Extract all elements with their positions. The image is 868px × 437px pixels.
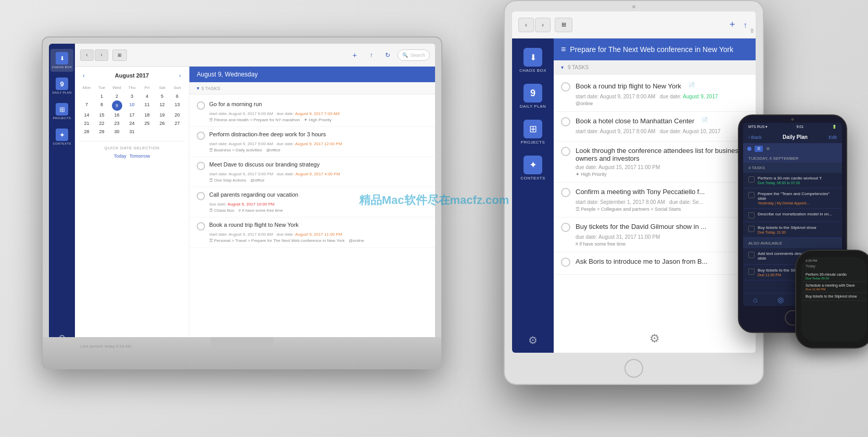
cal-day[interactable]: 12 [155,100,170,111]
task-checkbox[interactable] [197,162,205,170]
cal-day[interactable]: 28 [79,127,94,136]
iphone-task-content: Prepare the "Team and Competencies" slid… [758,191,837,205]
ipad-projects-icon: ⊞ [524,120,542,138]
ipad-task-checkbox[interactable] [561,147,570,156]
tomorrow-button[interactable]: Tomorrow [130,153,150,159]
task-title: Book a round trip flight to New York [209,222,299,228]
cal-day[interactable] [79,92,94,100]
task-checkbox[interactable] [197,192,205,200]
back-button[interactable]: ‹ [80,49,94,61]
forward-button[interactable]: › [95,49,108,61]
ipad-home-button[interactable] [624,359,643,378]
cal-day[interactable]: 15 [94,111,109,119]
cal-day[interactable]: 8 [94,100,109,111]
cal-day[interactable]: 27 [170,119,185,127]
prev-month-button[interactable]: ‹ [79,71,88,80]
cal-day[interactable]: 31 [124,127,139,136]
task-checkbox[interactable] [197,222,205,230]
cal-day[interactable]: 29 [94,127,109,136]
cal-day[interactable]: 22 [94,119,109,127]
ipad-task-meta: start date: August 9, 2017 8:00 AM due d… [561,128,748,134]
cal-day[interactable]: 5 [155,92,170,100]
ipad-sidebar-chaosbox[interactable]: ⬇ CHAOS BOX [514,44,552,77]
iphone-calendar-nav-icon[interactable]: ◎ [777,295,784,304]
cal-day[interactable]: 7 [79,100,94,111]
cal-day[interactable]: 17 [124,111,139,119]
cal-day[interactable]: 26 [155,119,170,127]
cal-day[interactable]: 24 [124,119,139,127]
search-box[interactable]: 🔍 Search [398,49,430,61]
share-button[interactable]: ↑ [364,49,378,61]
iphone-task-checkbox[interactable] [748,176,755,183]
ipad-task-checkbox[interactable] [561,188,570,197]
cal-day[interactable]: 10 [124,100,139,111]
col-tue: Tue [94,84,109,91]
ipad-projects-label: PROJECTS [521,140,545,145]
cal-day[interactable]: 2 [109,92,124,100]
macbook-frame: ⬇ CHAOS BOX 9 DAILY PLAN ⊞ PROJECTS ✦ CO… [42,36,442,369]
ipad-panel-toggle[interactable]: ⊞ [555,18,572,32]
sidebar-item-projects[interactable]: ⊞ PROJECTS [50,100,73,123]
list-view-button[interactable]: ☰ [755,146,763,152]
ipad-toolbar: ‹ › ⊞ + ↑ [512,11,756,38]
ipad-sidebar-contexts[interactable]: ✦ CONTEXTS [514,151,552,185]
ipad-sidebar-dailyplan[interactable]: 9 DAILY PLAN [514,80,552,113]
ipad-task-item: Ask Boris to introduce me to Jason from … [554,252,756,275]
iphone-task-checkbox[interactable] [748,268,755,275]
ipad-task-checkbox[interactable] [561,117,570,126]
cal-day[interactable]: 25 [139,119,155,127]
cal-day[interactable]: 13 [170,100,185,111]
cal-day[interactable]: 30 [109,127,124,136]
ipad-sidebar-projects[interactable]: ⊞ PROJECTS [514,115,552,149]
cal-day[interactable]: 23 [109,119,124,127]
panel-toggle-button[interactable]: ⊞ [112,49,127,61]
cal-day[interactable]: 3 [124,92,139,100]
iphone-task-checkbox[interactable] [748,226,755,232]
sidebar-item-contexts[interactable]: ✦ CONTEXTS [50,125,73,148]
iphone-task-checkbox[interactable] [748,212,755,219]
iphone-task-checkbox[interactable] [748,192,755,198]
refresh-button[interactable]: ↻ [381,49,394,61]
ipad-add-button[interactable]: + [727,19,737,30]
ipad-task-checkbox[interactable] [561,258,570,267]
ipad-settings-gear-icon[interactable]: ⚙ [649,332,660,345]
grid-view-button[interactable]: ⊞ [764,146,772,152]
watch-date-text: Today [806,264,815,268]
cal-day[interactable]: 20 [170,111,185,119]
cal-day[interactable]: 14 [79,111,94,119]
cal-day[interactable]: 16 [109,111,124,119]
sidebar-item-chaosbox[interactable]: ⬇ CHAOS BOX [50,49,73,72]
today-button[interactable]: Today [114,153,126,159]
task-checkbox[interactable] [197,132,205,140]
watch-task-item: Perform 30-minute cardio Due Today 06:00 [801,271,867,282]
iphone-task-checkbox[interactable] [748,252,755,258]
iphone-edit-button[interactable]: Edit [828,135,837,140]
ipad-settings-icon[interactable]: ⚙ [528,334,538,346]
cal-day[interactable]: 21 [79,119,94,127]
dailyplan-icon: 9 [56,78,68,90]
ipad-task-checkbox[interactable] [561,223,570,232]
ipad-share-button[interactable]: ↑ [742,20,750,29]
cal-day[interactable]: 18 [139,111,155,119]
add-button[interactable]: + [348,49,361,61]
cal-day[interactable]: 19 [155,111,170,119]
cal-day[interactable]: 1 [94,92,109,100]
cal-day[interactable]: 6 [170,92,185,100]
ipad-chaosbox-label: CHAOS BOX [519,68,546,73]
next-month-button[interactable]: › [175,71,185,80]
ipad-forward-button[interactable]: › [535,18,551,32]
ipad-back-button[interactable]: ‹ [518,18,534,32]
ipad-task-checkbox[interactable] [561,82,570,92]
cal-day[interactable]: 11 [139,100,155,111]
cal-day[interactable]: 4 [139,92,155,100]
ipad-task-top: Buy tickets for the David Gilmour show i… [561,223,748,232]
task-checkbox[interactable] [197,101,205,110]
sidebar-item-dailyplan[interactable]: 9 DAILY PLAN [50,74,73,97]
calendar-week-5: 28 29 30 31 [79,127,185,136]
mac-toolbar: ‹ › ⊞ + ↑ ↻ 🔍 Search [75,44,435,67]
cal-day-today[interactable]: 9 [112,100,122,111]
watch-time: 9:29 PM [806,259,817,262]
iphone-home-nav-icon[interactable]: ⌂ [753,295,757,304]
watch-task-item: Schedule a meeting with Dave Due 11:00 P… [801,282,867,293]
iphone-back-button[interactable]: ‹ Back [748,135,762,140]
